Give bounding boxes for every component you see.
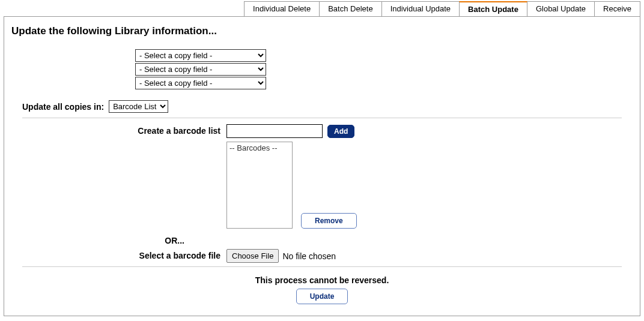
update-in-select[interactable]: Barcode List — [109, 100, 168, 113]
warning-text: This process cannot be reversed. — [4, 275, 640, 285]
divider — [22, 118, 622, 118]
barcodes-placeholder: -- Barcodes -- — [229, 143, 290, 152]
select-file-label: Select a barcode file — [22, 249, 220, 260]
file-status: No file chosen — [282, 251, 336, 261]
tab-global-update[interactable]: Global Update — [527, 1, 595, 16]
tab-receive[interactable]: Receive — [594, 1, 640, 16]
tab-batch-update[interactable]: Batch Update — [459, 1, 527, 16]
tab-batch-delete[interactable]: Batch Delete — [319, 1, 381, 16]
update-in-label: Update all copies in: — [22, 102, 104, 112]
barcodes-listbox[interactable]: -- Barcodes -- — [226, 142, 293, 229]
tab-individual-delete[interactable]: Individual Delete — [244, 1, 320, 16]
tab-individual-update[interactable]: Individual Update — [381, 1, 460, 16]
page-title: Update the following Library information… — [11, 25, 640, 37]
update-button[interactable]: Update — [296, 289, 348, 304]
copy-field-selectors: - Select a copy field - - Select a copy … — [135, 49, 640, 89]
copy-field-select-1[interactable]: - Select a copy field - — [135, 49, 266, 62]
main-panel: Update the following Library information… — [4, 16, 640, 316]
barcode-input[interactable] — [226, 124, 323, 138]
copy-field-select-3[interactable]: - Select a copy field - — [135, 77, 266, 89]
or-label: OR... — [22, 236, 220, 245]
add-button[interactable]: Add — [327, 125, 354, 138]
remove-button[interactable]: Remove — [301, 213, 357, 229]
copy-field-select-2[interactable]: - Select a copy field - — [135, 63, 266, 76]
choose-file-button[interactable]: Choose File — [226, 249, 279, 263]
create-list-label: Create a barcode list — [22, 124, 220, 136]
divider-2 — [22, 266, 622, 267]
tab-bar: Individual Delete Batch Delete Individua… — [0, 0, 644, 16]
